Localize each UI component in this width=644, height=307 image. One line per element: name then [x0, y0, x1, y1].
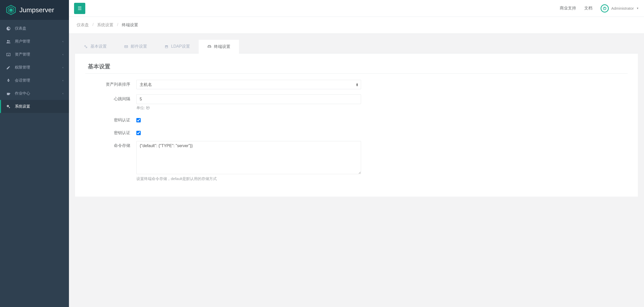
nav-label: 资产管理	[15, 52, 30, 57]
docs-link[interactable]: 文档	[584, 6, 592, 11]
asset-sort-select[interactable]: 主机名	[136, 80, 361, 89]
envelope-icon	[124, 45, 128, 49]
label-heartbeat: 心跳间隔	[85, 94, 136, 102]
row-asset-sort: 资产列表排序 主机名 ▲▼	[85, 80, 628, 89]
form-area: 基本设置 资产列表排序 主机名 ▲▼	[75, 54, 638, 197]
tabs: 基本设置 邮件设置 LDAP设置 终端设置	[75, 40, 638, 54]
edit-icon	[6, 65, 11, 70]
sidebar-toggle-button[interactable]: ☰	[74, 3, 85, 14]
breadcrumb: 仪表盘 / 系统设置 / 终端设置	[77, 22, 636, 28]
nav-users[interactable]: 用户管理 ‹	[0, 35, 69, 48]
breadcrumb-separator: /	[117, 22, 118, 28]
row-password-auth: 密码认证	[85, 116, 628, 123]
svg-point-6	[9, 107, 10, 108]
command-store-help: 设置终端命令存储，default是默认用的存储方式	[136, 176, 361, 181]
svg-point-15	[210, 47, 210, 47]
breadcrumb-current: 终端设置	[122, 22, 138, 28]
tab-label: LDAP设置	[171, 44, 190, 49]
main: ☰ 商业支持 文档 Administrator ▼ 仪表盘 / 系统设置 /	[69, 0, 644, 307]
svg-point-3	[7, 40, 9, 42]
nav-list: 仪表盘 用户管理 ‹ 资产管理 ‹ 权限管理 ‹ 会话管理 ‹	[0, 20, 69, 115]
svg-point-9	[85, 45, 86, 46]
row-heartbeat: 心跳间隔 单位: 秒	[85, 94, 628, 110]
nav-label: 仪表盘	[15, 26, 26, 31]
content: 基本设置 邮件设置 LDAP设置 终端设置	[69, 34, 644, 203]
tab-label: 基本设置	[90, 44, 107, 49]
command-store-textarea[interactable]	[136, 141, 361, 174]
label-password-auth: 密码认证	[85, 116, 136, 123]
hdd-icon	[207, 45, 211, 49]
nav-settings[interactable]: 系统设置	[0, 100, 69, 113]
svg-rect-13	[165, 46, 168, 48]
chevron-left-icon: ‹	[63, 92, 63, 95]
tab-email[interactable]: 邮件设置	[115, 40, 156, 53]
nav-assets[interactable]: 资产管理 ‹	[0, 48, 69, 61]
user-menu[interactable]: Administrator ▼	[601, 4, 639, 12]
tab-label: 邮件设置	[131, 44, 147, 49]
logo-icon	[6, 5, 16, 15]
heartbeat-help: 单位: 秒	[136, 106, 361, 110]
nav-dashboard[interactable]: 仪表盘	[0, 22, 69, 35]
label-asset-sort: 资产列表排序	[85, 80, 136, 87]
gears-icon	[6, 104, 11, 109]
topbar: ☰ 商业支持 文档 Administrator ▼	[69, 0, 644, 17]
tab-terminal[interactable]: 终端设置	[199, 40, 239, 54]
dashboard-icon	[6, 26, 11, 31]
hamburger-icon: ☰	[78, 6, 82, 11]
users-icon	[6, 39, 11, 44]
label-command-store: 命令存储	[85, 141, 136, 148]
svg-point-5	[7, 105, 9, 107]
archive-icon	[164, 45, 169, 49]
label-key-auth: 密钥认证	[85, 128, 136, 136]
row-command-store: 命令存储 设置终端命令存储，default是默认用的存储方式	[85, 141, 628, 181]
chevron-left-icon: ‹	[63, 79, 63, 82]
breadcrumb-separator: /	[92, 22, 93, 28]
chevron-left-icon: ‹	[63, 53, 63, 56]
logo[interactable]: Jumpserver	[0, 0, 69, 20]
topbar-right: 商业支持 文档 Administrator ▼	[560, 4, 639, 12]
commercial-support-link[interactable]: 商业支持	[560, 6, 576, 11]
settings-panel: 基本设置 邮件设置 LDAP设置 终端设置	[75, 40, 638, 197]
breadcrumb-item[interactable]: 系统设置	[97, 22, 113, 28]
svg-point-4	[9, 40, 10, 42]
nav-permissions[interactable]: 权限管理 ‹	[0, 61, 69, 74]
tab-basic[interactable]: 基本设置	[75, 40, 115, 53]
chevron-left-icon: ‹	[63, 66, 63, 69]
svg-marker-2	[9, 8, 13, 12]
key-auth-checkbox[interactable]	[136, 131, 141, 135]
power-icon	[601, 4, 609, 12]
rocket-icon	[6, 78, 11, 83]
nav-label: 会话管理	[15, 78, 30, 83]
breadcrumb-item[interactable]: 仪表盘	[77, 22, 89, 28]
password-auth-checkbox[interactable]	[136, 118, 141, 122]
nav-label: 作业中心	[15, 91, 30, 96]
nav-label: 用户管理	[15, 39, 30, 44]
nav-label: 系统设置	[15, 104, 30, 109]
user-name: Administrator	[611, 6, 634, 10]
breadcrumb-bar: 仪表盘 / 系统设置 / 终端设置	[69, 17, 644, 34]
inbox-icon	[6, 52, 11, 57]
svg-rect-12	[165, 45, 168, 46]
section-title: 基本设置	[85, 63, 628, 74]
heartbeat-input[interactable]	[136, 94, 361, 104]
tab-ldap[interactable]: LDAP设置	[156, 40, 199, 53]
coffee-icon	[6, 91, 11, 96]
caret-down-icon: ▼	[636, 7, 639, 10]
sidebar: Jumpserver 仪表盘 用户管理 ‹ 资产管理 ‹ 权限管理 ‹	[0, 0, 69, 307]
nav-jobs[interactable]: 作业中心 ‹	[0, 87, 69, 100]
nav-label: 权限管理	[15, 65, 30, 70]
row-key-auth: 密钥认证	[85, 128, 628, 136]
gear-icon	[84, 45, 88, 49]
svg-point-10	[86, 47, 87, 48]
chevron-left-icon: ‹	[63, 40, 63, 43]
tab-label: 终端设置	[214, 44, 230, 49]
brand-name: Jumpserver	[19, 6, 54, 14]
nav-sessions[interactable]: 会话管理 ‹	[0, 74, 69, 87]
